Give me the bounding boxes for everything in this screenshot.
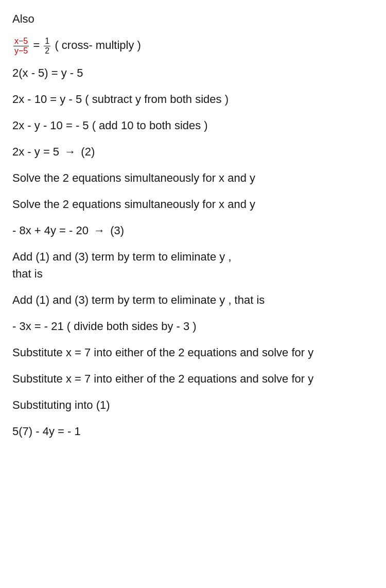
fraction-denominator: y−5	[13, 46, 29, 56]
text-line1: 2(x - 5) = y - 5	[12, 66, 83, 79]
text-line9: Add (1) and (3) term by term to eliminat…	[12, 293, 265, 306]
text-line3: 2x - y - 10 = - 5 ( add 10 to both sides…	[12, 119, 208, 132]
equals-sign: =	[33, 39, 43, 51]
line-minus3x-eq-minus21: Add (1) and (3) term by term to eliminat…	[12, 291, 374, 308]
arrow-icon: →	[64, 143, 76, 160]
text-line12: Substitute x = 7 into either of the 2 eq…	[12, 372, 313, 385]
line-2x-minus-y-eq-5: 2x - y = 5 → (2)	[12, 143, 374, 160]
line-multiply-2-by-minus4: Solve the 2 equations simultaneously for…	[12, 196, 374, 213]
text-also: Also	[12, 12, 34, 25]
fraction-numerator: x−5	[13, 37, 29, 46]
line-add-1-and-3: Add (1) and (3) term by term to eliminat…	[12, 248, 374, 282]
line-2x-minus-5-eq-y-minus-5: 2(x - 5) = y - 5	[12, 64, 374, 81]
text-line7: - 8x + 4y = - 20	[12, 224, 92, 237]
line-fraction-eq: x−5 y−5 = 1 2 ( cross- multiply )	[12, 37, 374, 55]
line-2x-minus-10-eq-y-minus-5: 2x - 10 = y - 5 ( subtract y from both s…	[12, 91, 374, 108]
text-line2: 2x - 10 = y - 5 ( subtract y from both s…	[12, 93, 229, 106]
line-substituting-into-1: Substitute x = 7 into either of the 2 eq…	[12, 370, 374, 387]
eq-label-2: (2)	[81, 145, 95, 158]
math-content: Also x−5 y−5 = 1 2 ( cross- multiply ) 2…	[12, 10, 374, 440]
text-line14: 5(7) - 4y = - 1	[12, 425, 81, 438]
text-line13: Substituting into (1)	[12, 399, 110, 411]
line-x-eq-7: - 3x = - 21 ( divide both sides by - 3 )	[12, 318, 374, 335]
line-also: Also	[12, 10, 374, 27]
fraction-half-numerator: 1	[44, 37, 50, 46]
line-minus8x-plus4y: - 8x + 4y = - 20 → (3)	[12, 222, 374, 239]
arrow-icon-2: →	[94, 222, 105, 239]
line-solve-2-equations: Solve the 2 equations simultaneously for…	[12, 169, 374, 186]
text-line11: Substitute x = 7 into either of the 2 eq…	[12, 346, 313, 359]
fraction-half-denominator: 2	[44, 46, 50, 56]
line-5-7-minus-4y: Substituting into (1)	[12, 396, 374, 413]
text-line5: Solve the 2 equations simultaneously for…	[12, 171, 255, 184]
fraction-one-half: 1 2	[44, 37, 50, 55]
text-line4: 2x - y = 5	[12, 145, 62, 158]
line-substitute-x-eq-7: Substitute x = 7 into either of the 2 eq…	[12, 344, 374, 361]
eq-label-3: (3)	[110, 224, 124, 237]
text-line10: - 3x = - 21 ( divide both sides by - 3 )	[12, 320, 197, 333]
text-line6: Solve the 2 equations simultaneously for…	[12, 198, 255, 211]
line-35-minus-4y: 5(7) - 4y = - 1	[12, 423, 374, 440]
cross-multiply-label: ( cross- multiply )	[55, 39, 141, 51]
fraction-x-minus-5-over-y-minus-5: x−5 y−5	[13, 37, 29, 55]
text-line8: Add (1) and (3) term by term to eliminat…	[12, 250, 232, 280]
line-2x-minus-y-minus-10: 2x - y - 10 = - 5 ( add 10 to both sides…	[12, 117, 374, 134]
